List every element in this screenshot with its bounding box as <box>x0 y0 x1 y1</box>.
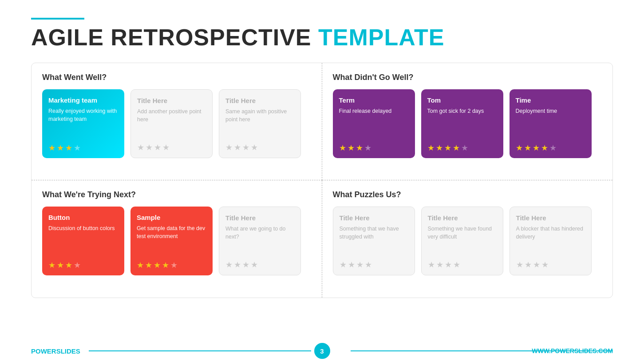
star-1: ★ <box>48 143 55 153</box>
star-5: ★ <box>549 143 557 153</box>
card-title-here-1-title: Title Here <box>137 97 206 105</box>
star-2: ★ <box>234 143 241 152</box>
star-3: ★ <box>65 260 72 270</box>
card-time-title: Time <box>516 96 585 104</box>
star-4: ★ <box>453 260 460 270</box>
card-title-here-6: Title Here A blocker that has hindered d… <box>510 207 592 275</box>
star-3: ★ <box>154 260 161 270</box>
star-1: ★ <box>225 143 233 152</box>
footer-page-number: 3 <box>314 343 330 359</box>
card-title-here-5-desc: Something we have found very difficult <box>428 225 497 241</box>
card-marketing: Marketing team Really enjoyed working wi… <box>42 89 124 158</box>
footer-line-left <box>89 350 311 351</box>
star-1: ★ <box>428 260 435 270</box>
star-1: ★ <box>137 143 144 152</box>
quadrant-went-well-title: What Went Well? <box>42 73 311 82</box>
card-tom-desc: Tom got sick for 2 days <box>427 107 497 115</box>
card-sample: Sample Get sample data for the dev test … <box>130 207 213 275</box>
card-title-here-3: Title Here What are we going to do next?… <box>219 207 301 275</box>
star-4: ★ <box>364 143 371 153</box>
star-4: ★ <box>162 143 170 152</box>
card-title-here-5-stars: ★ ★ ★ ★ <box>428 260 497 270</box>
star-3: ★ <box>533 143 540 153</box>
card-marketing-stars: ★ ★ ★ ★ <box>48 143 118 153</box>
star-2: ★ <box>57 260 64 270</box>
star-4: ★ <box>74 260 81 270</box>
star-1: ★ <box>225 260 233 270</box>
star-1: ★ <box>48 260 55 270</box>
quadrant-went-well: What Went Well? Marketing team Really en… <box>32 63 322 180</box>
cards-row-tl: Marketing team Really enjoyed working wi… <box>42 89 311 158</box>
quadrant-didnt-go-well-title: What Didn't Go Well? <box>333 73 602 82</box>
quadrant-didnt-go-well: What Didn't Go Well? Term Final release … <box>322 63 613 180</box>
card-time-desc: Deployment time <box>516 107 585 115</box>
star-1: ★ <box>339 143 346 153</box>
header-accent-line <box>31 18 84 20</box>
star-2: ★ <box>436 143 443 153</box>
card-button-desc: Discussion of button colors <box>48 224 118 232</box>
star-4: ★ <box>74 143 81 153</box>
star-5: ★ <box>461 143 468 153</box>
star-1: ★ <box>340 260 347 270</box>
card-title-here-3-desc: What are we going to do next? <box>225 225 294 241</box>
card-title-here-2-title: Title Here <box>225 97 294 105</box>
card-button: Button Discussion of button colors ★ ★ ★… <box>42 207 124 275</box>
star-3: ★ <box>242 143 249 152</box>
card-title-here-2: Title Here Same again with positive poin… <box>219 89 301 158</box>
card-title-here-1-stars: ★ ★ ★ ★ <box>137 143 206 152</box>
star-2: ★ <box>234 260 241 270</box>
star-2: ★ <box>524 143 531 153</box>
star-4: ★ <box>365 260 372 270</box>
star-4: ★ <box>541 143 548 153</box>
card-term-stars: ★ ★ ★ ★ <box>339 143 409 153</box>
card-sample-desc: Get sample data for the dev test environ… <box>137 224 206 240</box>
card-term-title: Term <box>339 96 409 104</box>
star-3: ★ <box>65 143 72 153</box>
star-3: ★ <box>533 260 540 270</box>
card-term-desc: Final release delayed <box>339 107 409 115</box>
star-3: ★ <box>444 143 451 153</box>
card-title-here-6-stars: ★ ★ ★ ★ <box>516 260 585 270</box>
card-sample-stars: ★ ★ ★ ★ ★ <box>137 260 206 270</box>
star-4: ★ <box>453 143 460 153</box>
page-title: AGILE RETROSPECTIVE TEMPLATE <box>31 25 613 50</box>
card-title-here-4: Title Here Something that we have strugg… <box>333 207 415 275</box>
quadrant-trying-next: What We're Trying Next? Button Discussio… <box>32 180 322 298</box>
card-sample-title: Sample <box>137 214 206 222</box>
card-title-here-6-desc: A blocker that has hindered delivery <box>516 225 585 241</box>
card-marketing-title: Marketing team <box>48 96 118 104</box>
card-title-here-4-stars: ★ ★ ★ ★ <box>340 260 408 270</box>
card-time-stars: ★ ★ ★ ★ ★ <box>516 143 585 153</box>
quadrant-trying-next-title: What We're Trying Next? <box>42 190 311 199</box>
quadrant-puzzles-us-title: What Puzzles Us? <box>333 190 602 199</box>
card-title-here-4-title: Title Here <box>340 214 408 222</box>
title-cyan: TEMPLATE <box>318 24 444 50</box>
page: AGILE RETROSPECTIVE TEMPLATE What Went W… <box>0 0 644 362</box>
footer-url: WWW.POWERSLIDES.COM <box>532 347 613 354</box>
quadrant-puzzles-us: What Puzzles Us? Title Here Something th… <box>322 180 613 298</box>
star-2: ★ <box>525 260 532 270</box>
star-3: ★ <box>242 260 249 270</box>
retro-board: What Went Well? Marketing team Really en… <box>31 63 613 298</box>
star-5: ★ <box>170 260 178 270</box>
star-2: ★ <box>145 260 152 270</box>
card-title-here-2-stars: ★ ★ ★ ★ <box>225 143 294 152</box>
star-1: ★ <box>516 143 523 153</box>
card-button-stars: ★ ★ ★ ★ <box>48 260 118 270</box>
title-black: AGILE RETROSPECTIVE <box>31 24 312 50</box>
star-2: ★ <box>146 143 153 152</box>
cards-row-bl: Button Discussion of button colors ★ ★ ★… <box>42 207 311 275</box>
card-button-title: Button <box>48 214 118 222</box>
star-1: ★ <box>137 260 144 270</box>
card-title-here-3-stars: ★ ★ ★ ★ <box>225 260 294 270</box>
star-2: ★ <box>348 143 355 153</box>
footer-brand: POWERSLIDES <box>31 347 80 355</box>
star-3: ★ <box>445 260 452 270</box>
star-3: ★ <box>356 143 363 153</box>
star-4: ★ <box>162 260 169 270</box>
star-4: ★ <box>251 260 258 270</box>
footer: POWERSLIDES 3 WWW.POWERSLIDES.COM <box>0 340 644 362</box>
footer-brand-cyan: SLIDES <box>56 347 80 355</box>
card-tom-stars: ★ ★ ★ ★ ★ <box>427 143 497 153</box>
card-marketing-desc: Really enjoyed working with marketing te… <box>48 107 118 123</box>
